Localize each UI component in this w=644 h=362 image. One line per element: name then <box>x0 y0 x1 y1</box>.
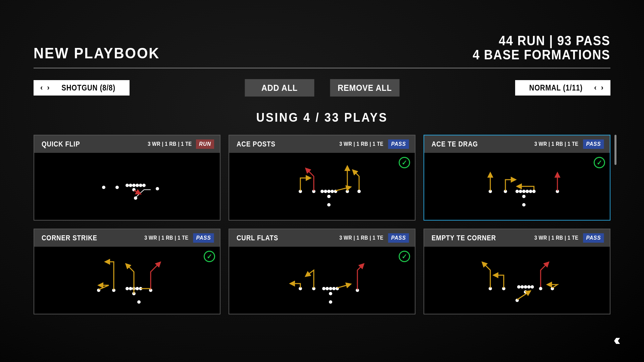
header: NEW PLAYBOOK 44 RUN | 93 PASS 4 BASE FOR… <box>34 0 610 68</box>
svg-point-35 <box>126 287 129 290</box>
svg-point-56 <box>521 285 524 289</box>
selected-check-icon: ✓ <box>399 251 410 262</box>
play-card[interactable]: ACE TE DRAG 3 WR | 1 RB | 1 TE PASS ✓ <box>424 135 610 221</box>
svg-point-50 <box>329 292 332 295</box>
set-selector-label: NORMAL (1/11) <box>525 83 587 93</box>
svg-point-55 <box>517 285 521 289</box>
play-card-header: CURL FLATS 3 WR | 1 RB | 1 TE PASS <box>229 229 415 247</box>
play-type-tag: PASS <box>388 139 409 149</box>
play-personnel: 3 WR | 1 RB | 1 TE <box>535 235 579 241</box>
play-personnel: 3 WR | 1 RB | 1 TE <box>145 235 189 241</box>
svg-point-14 <box>324 190 327 193</box>
play-card[interactable]: QUICK FLIP 3 WR | 1 RB | 1 TE RUN <box>34 135 220 221</box>
play-card[interactable]: CORNER STRIKE 3 WR | 1 RB | 1 TE PASS ✓ <box>34 229 220 314</box>
play-type-tag: PASS <box>193 233 214 243</box>
svg-point-41 <box>137 300 141 304</box>
play-type-tag: PASS <box>583 233 604 243</box>
play-personnel: 3 WR | 1 RB | 1 TE <box>340 235 384 241</box>
add-all-button[interactable]: ADD ALL <box>245 79 314 97</box>
play-card[interactable]: ACE POSTS 3 WR | 1 RB | 1 TE PASS ✓ <box>229 135 415 221</box>
play-personnel: 3 WR | 1 RB | 1 TE <box>148 141 192 147</box>
play-diagram <box>34 153 220 220</box>
play-diagram: ✓ <box>229 247 415 314</box>
selected-check-icon: ✓ <box>594 157 605 168</box>
play-card-header: ACE TE DRAG 3 WR | 1 RB | 1 TE PASS <box>424 135 610 153</box>
play-name: ACE TE DRAG <box>432 140 478 148</box>
svg-point-10 <box>134 196 137 200</box>
play-card-header: CORNER STRIKE 3 WR | 1 RB | 1 TE PASS <box>34 229 220 247</box>
svg-point-19 <box>327 195 331 198</box>
svg-point-0 <box>102 186 105 189</box>
play-type-tag: RUN <box>196 139 214 149</box>
svg-point-48 <box>332 287 336 290</box>
svg-point-25 <box>519 190 522 193</box>
play-name: CORNER STRIKE <box>42 234 97 242</box>
chevron-right-icon[interactable]: › <box>45 83 52 92</box>
formation-selector[interactable]: ‹ › SHOTGUN (8/8) <box>34 80 130 96</box>
svg-point-57 <box>524 285 527 289</box>
play-card[interactable]: EMPTY TE CORNER 3 WR | 1 RB | 1 TE PASS <box>424 229 610 314</box>
svg-point-29 <box>522 195 526 198</box>
chevron-right-icon[interactable]: › <box>599 83 606 92</box>
svg-point-9 <box>156 187 159 190</box>
svg-point-26 <box>522 190 526 193</box>
play-card[interactable]: CURL FLATS 3 WR | 1 RB | 1 TE PASS ✓ <box>229 229 415 314</box>
svg-point-13 <box>320 190 324 193</box>
svg-point-28 <box>529 190 532 193</box>
svg-point-6 <box>139 184 142 187</box>
svg-point-7 <box>142 184 146 187</box>
svg-point-21 <box>357 190 361 193</box>
back-button[interactable]: ‹‹ <box>613 330 617 349</box>
svg-point-36 <box>129 287 132 290</box>
svg-point-5 <box>136 184 139 187</box>
svg-point-38 <box>136 287 139 290</box>
svg-point-46 <box>326 287 329 290</box>
svg-point-24 <box>515 190 519 193</box>
play-type-tag: PASS <box>388 233 409 243</box>
selected-check-icon: ✓ <box>399 157 410 168</box>
page-title: NEW PLAYBOOK <box>34 45 160 62</box>
svg-point-1 <box>115 186 119 189</box>
svg-point-51 <box>329 300 332 304</box>
set-selector[interactable]: NORMAL (1/11) ‹ › <box>515 80 610 96</box>
svg-point-2 <box>126 184 129 187</box>
play-type-tag: PASS <box>583 139 604 149</box>
svg-point-15 <box>327 190 331 193</box>
svg-point-27 <box>526 190 529 193</box>
run-pass-count: 44 RUN | 93 PASS <box>473 34 610 48</box>
svg-point-47 <box>329 287 332 290</box>
play-diagram: ✓ <box>424 153 610 220</box>
play-name: CURL FLATS <box>237 234 278 242</box>
play-usage-count: USING 4 / 33 PLAYS <box>48 111 596 125</box>
svg-point-59 <box>531 285 534 289</box>
svg-point-30 <box>522 203 526 206</box>
remove-all-button[interactable]: REMOVE ALL <box>330 79 400 97</box>
play-card-header: ACE POSTS 3 WR | 1 RB | 1 TE PASS <box>229 135 415 153</box>
play-diagram: ✓ <box>34 247 220 314</box>
play-personnel: 3 WR | 1 RB | 1 TE <box>340 141 384 147</box>
chevron-left-icon[interactable]: ‹ <box>38 83 45 92</box>
play-diagram <box>424 247 610 314</box>
svg-point-3 <box>129 184 132 187</box>
svg-point-4 <box>132 184 136 187</box>
play-name: QUICK FLIP <box>42 140 80 148</box>
svg-point-32 <box>532 190 536 193</box>
play-personnel: 3 WR | 1 RB | 1 TE <box>535 141 579 147</box>
svg-point-16 <box>331 190 334 193</box>
play-diagram: ✓ <box>229 153 415 220</box>
play-card-header: QUICK FLIP 3 WR | 1 RB | 1 TE RUN <box>34 135 220 153</box>
play-card-header: EMPTY TE CORNER 3 WR | 1 RB | 1 TE PASS <box>424 229 610 247</box>
chevron-left-icon[interactable]: ‹ <box>592 83 599 92</box>
svg-point-58 <box>527 285 531 289</box>
svg-point-63 <box>539 287 542 290</box>
svg-point-45 <box>322 287 326 290</box>
svg-point-20 <box>327 203 331 206</box>
formations-count: 4 BASE FORMATIONS <box>473 48 610 62</box>
selected-check-icon: ✓ <box>204 251 215 262</box>
play-name: EMPTY TE CORNER <box>432 234 496 242</box>
scrollbar[interactable] <box>614 135 616 165</box>
formation-selector-label: SHOTGUN (8/8) <box>57 83 119 93</box>
play-name: ACE POSTS <box>237 140 276 148</box>
